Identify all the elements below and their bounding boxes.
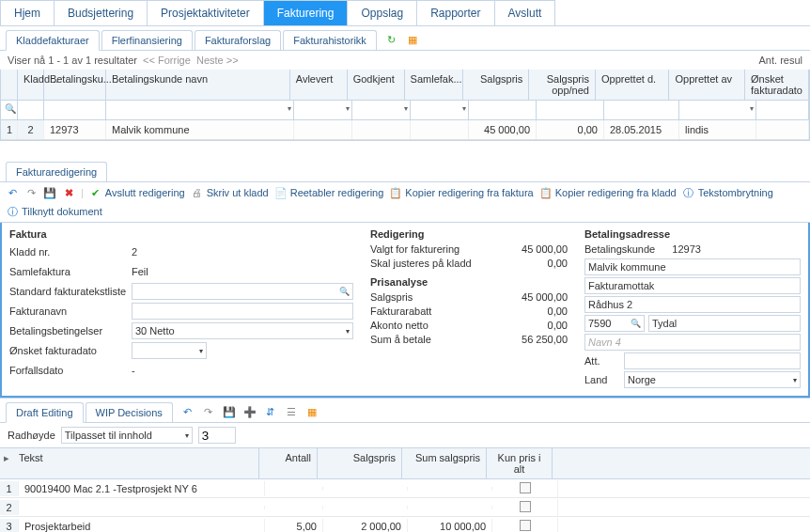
line-row[interactable]: 190019400 Mac 2.1 -Testprosjekt NY 6	[0, 479, 810, 498]
line-row[interactable]: 2	[0, 498, 810, 517]
tab-wip-decisions[interactable]: WIP Decisions	[86, 402, 173, 422]
col-salgspris[interactable]: Salgspris	[463, 70, 530, 100]
subtab-fakturahistorikk[interactable]: Fakturahistorikk	[283, 30, 377, 50]
betalingsbet-select[interactable]: 30 Netto▾	[132, 322, 353, 339]
chevron-down-icon[interactable]: ▾	[346, 104, 350, 113]
filter-oppned[interactable]	[537, 101, 604, 119]
chevron-down-icon[interactable]: ▾	[288, 104, 291, 113]
tab-avslutt[interactable]: Avslutt	[494, 0, 556, 25]
cancel-icon[interactable]: ✖	[62, 186, 75, 199]
tab-oppslag[interactable]: Oppslag	[347, 0, 417, 25]
line-sum[interactable]	[408, 487, 492, 491]
filter-salgspris[interactable]	[469, 101, 537, 119]
filter-ofd[interactable]	[756, 101, 809, 119]
prev-link[interactable]: << Forrige	[143, 55, 191, 66]
filter-opprettet-d[interactable]	[604, 101, 679, 119]
layout-icon[interactable]: ▦	[304, 405, 319, 420]
line-tekst[interactable]: 90019400 Mac 2.1 -Testprosjekt NY 6	[19, 481, 265, 496]
filter-betalingsku[interactable]	[44, 101, 106, 119]
line-row[interactable]: 3Prosjektarbeid5,002 000,0010 000,00	[0, 517, 810, 532]
subtab-kladdefakturaer[interactable]: Kladdefakturaer	[6, 30, 100, 51]
col-avlevert[interactable]: Avlevert	[290, 70, 348, 100]
chevron-down-icon[interactable]: ▾	[462, 104, 466, 113]
radhoyde-number[interactable]	[198, 427, 236, 444]
col-samlefak[interactable]: Samlefak...	[405, 70, 463, 100]
hierarchy-icon[interactable]: ⇵	[263, 405, 278, 420]
line-kunpris[interactable]	[492, 518, 558, 533]
tilknytt-dokument-button[interactable]: ⓘTilknytt dokument	[6, 205, 102, 218]
tab-draft-editing[interactable]: Draft Editing	[6, 402, 84, 423]
line-antall[interactable]	[265, 487, 323, 491]
tab-budsjettering[interactable]: Budsjettering	[54, 0, 148, 25]
tab-fakturering[interactable]: Fakturering	[263, 0, 349, 25]
onsket-fakturadato-input[interactable]: ▾	[132, 342, 207, 359]
tree-icon[interactable]: ☰	[284, 405, 299, 420]
filter-kladd[interactable]	[18, 101, 44, 119]
filter-samlefak[interactable]: ▾	[411, 101, 469, 119]
col-antall[interactable]: Antall	[259, 448, 318, 478]
chevron-down-icon[interactable]: ▾	[750, 104, 754, 113]
subtab-fakturaforslag[interactable]: Fakturaforslag	[195, 30, 281, 50]
att-input[interactable]	[624, 352, 801, 369]
redo-icon[interactable]: ↷	[201, 405, 216, 420]
filter-avlevert[interactable]: ▾	[294, 101, 352, 119]
sted-input[interactable]: Tydal	[648, 315, 801, 332]
tab-hjem[interactable]: Hjem	[0, 0, 55, 25]
save-icon[interactable]: 💾	[43, 186, 56, 199]
col-salgspris-oppned[interactable]: Salgspris opp/ned	[529, 70, 596, 100]
col-opprettet-av[interactable]: Opprettet av	[669, 70, 744, 100]
reetabler-redigering-button[interactable]: 📄Reetabler redigering	[274, 186, 384, 199]
adresse-input[interactable]: Rådhus 2	[584, 296, 801, 313]
redo-icon[interactable]: ↷	[24, 186, 38, 199]
checkbox-icon[interactable]	[520, 501, 531, 512]
line-salgspris[interactable]: 2 000,00	[323, 519, 408, 533]
filter-opprettet-av[interactable]: ▾	[679, 101, 756, 119]
kopier-fra-faktura-button[interactable]: 📋Kopier redigering fra faktura	[389, 186, 533, 199]
avslutt-redigering-button[interactable]: ✔Avslutt redigering	[89, 186, 185, 199]
std-liste-input[interactable]: 🔍	[132, 283, 353, 300]
line-sum[interactable]: 10 000,00	[408, 519, 492, 533]
checkbox-icon[interactable]	[520, 482, 531, 493]
chevron-down-icon[interactable]: ▾	[404, 104, 408, 113]
layout-icon[interactable]: ▦	[405, 33, 420, 48]
kunde-navn-input[interactable]: Malvik kommune	[584, 258, 801, 275]
kopier-fra-kladd-button[interactable]: 📋Kopier redigering fra kladd	[539, 186, 677, 199]
line-tekst[interactable]	[19, 506, 265, 509]
line-tekst[interactable]: Prosjektarbeid	[19, 519, 265, 533]
line-salgspris[interactable]	[323, 487, 408, 491]
col-sum-salgspris[interactable]: Sum salgspris	[402, 448, 487, 478]
postnr-input[interactable]: 7590🔍	[584, 315, 645, 332]
expand-all-icon[interactable]: ▸	[0, 448, 13, 478]
checkbox-icon[interactable]	[520, 520, 531, 531]
radhoyde-select[interactable]: Tilpasset til innhold▾	[61, 427, 193, 444]
col-kun-pris[interactable]: Kun pris i alt	[487, 448, 553, 478]
land-select[interactable]: Norge▾	[624, 371, 801, 388]
tab-prosjektaktiviteter[interactable]: Prosjektaktiviteter	[147, 0, 264, 25]
refresh-icon[interactable]: ↻	[384, 33, 399, 48]
col-onsket-fakturadato[interactable]: Ønsket fakturadato	[745, 70, 809, 100]
tab-rapporter[interactable]: Rapporter	[416, 0, 494, 25]
tekstombrytning-button[interactable]: ⓘTekstombrytning	[682, 186, 773, 199]
skriv-ut-kladd-button[interactable]: 🖨Skriv ut kladd	[191, 186, 269, 199]
col-godkjent[interactable]: Godkjent	[348, 70, 405, 100]
subtab-flerfinansiering[interactable]: Flerfinansiering	[101, 30, 193, 50]
col-opprettet-d[interactable]: Opprettet d.	[596, 70, 670, 100]
next-link[interactable]: Neste >>	[196, 55, 239, 66]
search-icon[interactable]: 🔍	[5, 103, 16, 114]
line-kunpris[interactable]	[492, 480, 558, 497]
fakturanavn-input[interactable]	[132, 303, 353, 320]
add-icon[interactable]: ➕	[242, 405, 257, 420]
col-tekst[interactable]: Tekst	[13, 448, 259, 478]
undo-icon[interactable]: ↶	[6, 186, 19, 199]
col-betalingsku[interactable]: Betalingsku...	[44, 70, 106, 100]
line-antall[interactable]	[265, 506, 323, 509]
filter-navn[interactable]: ▾	[106, 101, 294, 119]
col-line-salgspris[interactable]: Salgspris	[318, 448, 402, 478]
line-kunpris[interactable]	[492, 499, 558, 516]
col-betalingskunde-navn[interactable]: Betalingskunde navn	[106, 70, 290, 100]
line-salgspris[interactable]	[323, 506, 408, 509]
col-kladd[interactable]: Kladd...	[18, 70, 44, 100]
navn4-input[interactable]: Navn 4	[584, 334, 801, 351]
panel-tab-fakturaredigering[interactable]: Fakturaredigering	[6, 162, 107, 181]
undo-icon[interactable]: ↶	[180, 405, 195, 420]
